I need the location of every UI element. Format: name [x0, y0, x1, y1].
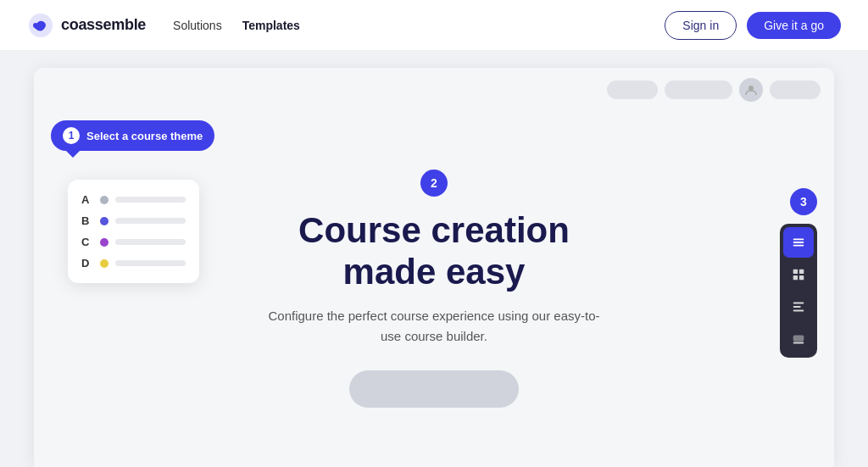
logo[interactable]: coassemble — [27, 12, 146, 39]
logo-icon — [27, 12, 54, 39]
svg-rect-5 — [793, 244, 804, 246]
navbar: coassemble Solutions Templates Sign in G… — [0, 0, 868, 51]
nav-link-solutions[interactable]: Solutions — [173, 19, 222, 32]
panel-btn-grid[interactable] — [783, 259, 814, 290]
theme-bar-c — [115, 239, 186, 245]
svg-rect-6 — [793, 269, 798, 273]
topbar-pill-1 — [607, 81, 658, 99]
cta-button[interactable]: Give it a go — [747, 12, 841, 39]
theme-row-d[interactable]: D — [81, 257, 186, 270]
svg-rect-13 — [793, 335, 804, 341]
main-content: 1 Select a course theme A B — [0, 51, 868, 467]
step3-panel: 3 — [780, 224, 817, 358]
hero-title: Course creation made easy — [264, 210, 604, 292]
svg-point-1 — [33, 23, 38, 28]
nav-link-templates[interactable]: Templates — [242, 19, 300, 32]
align-icon — [791, 299, 806, 314]
svg-rect-12 — [793, 309, 804, 311]
step1-badge-num: 1 — [63, 127, 80, 144]
topbar-pill-2 — [665, 81, 732, 99]
svg-rect-10 — [793, 302, 804, 303]
app-window: 1 Select a course theme A B — [34, 68, 834, 467]
panel-btn-list[interactable] — [783, 227, 814, 258]
theme-row-a[interactable]: A — [81, 193, 186, 206]
theme-bar-b — [115, 218, 186, 224]
hero-subtitle: Configure the perfect course experience … — [264, 306, 604, 347]
theme-dot-c — [100, 238, 108, 247]
panel-widget — [780, 224, 817, 358]
svg-rect-11 — [793, 306, 801, 308]
panel-btn-bottom[interactable] — [783, 324, 814, 354]
step1-badge-label: Select a course theme — [86, 130, 203, 142]
bottom-bar-icon — [791, 331, 806, 347]
nav-links: Solutions Templates — [173, 19, 300, 32]
topbar-pill-3 — [770, 81, 821, 99]
theme-row-b[interactable]: B — [81, 214, 186, 227]
hero-title-line1: Course creation — [298, 210, 570, 250]
hero-cta-button[interactable] — [349, 370, 519, 408]
step1-card: A B C — [68, 180, 199, 283]
theme-dot-b — [100, 217, 108, 225]
theme-dot-a — [100, 196, 108, 204]
panel-btn-align[interactable] — [783, 292, 814, 322]
step1-badge: 1 Select a course theme — [51, 120, 214, 151]
svg-point-2 — [748, 86, 754, 91]
logo-text: coassemble — [61, 16, 146, 34]
nav-right: Sign in Give it a go — [665, 11, 841, 40]
svg-rect-3 — [793, 238, 804, 240]
svg-rect-9 — [799, 275, 804, 279]
hero-section: 2 Course creation made easy Configure th… — [264, 170, 604, 411]
svg-rect-8 — [793, 275, 798, 279]
theme-label-a: A — [81, 193, 93, 206]
theme-bar-d — [115, 260, 186, 266]
grid-icon — [791, 267, 806, 282]
svg-rect-7 — [799, 269, 804, 273]
signin-button[interactable]: Sign in — [665, 11, 737, 40]
hero-title-line2: made easy — [343, 252, 526, 292]
nav-left: coassemble Solutions Templates — [27, 12, 300, 39]
theme-label-b: B — [81, 214, 93, 227]
theme-row-c[interactable]: C — [81, 236, 186, 248]
theme-dot-d — [100, 259, 108, 268]
step3-badge: 3 — [790, 188, 817, 215]
theme-label-d: D — [81, 257, 93, 270]
app-topbar — [34, 68, 834, 112]
topbar-avatar — [739, 78, 763, 102]
list-icon — [791, 235, 806, 250]
app-body: 1 Select a course theme A B — [34, 112, 834, 467]
svg-rect-14 — [793, 342, 804, 343]
theme-bar-a — [115, 197, 186, 203]
svg-rect-4 — [793, 242, 804, 243]
step2-badge: 2 — [420, 170, 448, 197]
theme-label-c: C — [81, 236, 93, 248]
